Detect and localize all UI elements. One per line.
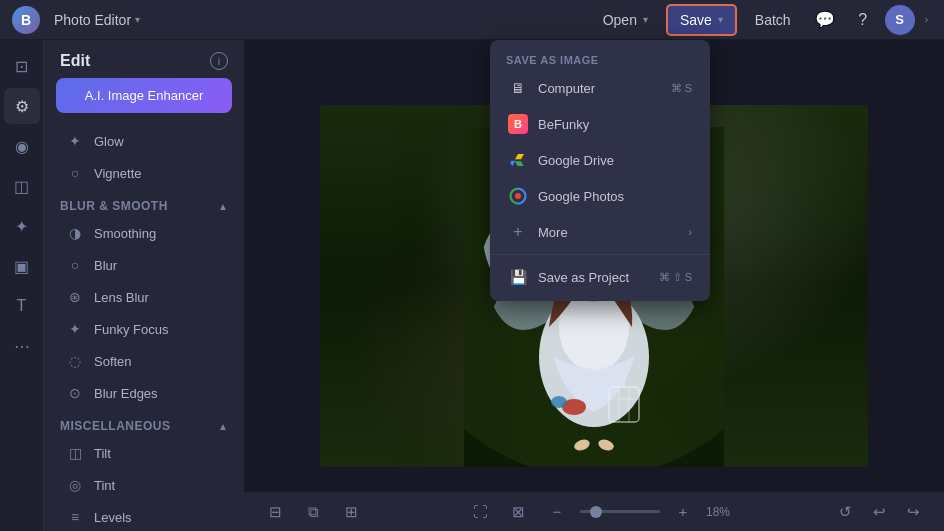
zoom-slider[interactable]: [580, 510, 660, 513]
sidebar-item-layers[interactable]: ◫: [4, 168, 40, 204]
soften-icon: ◌: [66, 352, 84, 370]
svg-point-15: [515, 193, 521, 199]
computer-icon: 🖥: [508, 78, 528, 98]
messages-button[interactable]: 💬: [809, 4, 841, 36]
bottom-center-controls: ⛶ ⊠ − + 18%: [466, 497, 730, 527]
blur-icon: ○: [66, 256, 84, 274]
app-logo: B: [12, 6, 40, 34]
sidebar-item-more[interactable]: ⋯: [4, 328, 40, 364]
sidebar-item-crop[interactable]: ⊡: [4, 48, 40, 84]
dropdown-item-more[interactable]: + More ›: [494, 214, 706, 250]
edit-panel: Edit i A.I. Image Enhancer ✦ Glow ○ Vign…: [44, 40, 244, 531]
left-sidebar: ⊡ ⚙ ◉ ◫ ✦ ▣ T ⋯: [0, 40, 44, 531]
app-title-chevron: ▾: [135, 14, 140, 25]
topbar-expand-button[interactable]: ›: [921, 10, 932, 29]
bottom-left-controls: ⊟ ⧉ ⊞: [260, 497, 366, 527]
google-photos-icon: [508, 186, 528, 206]
zoom-thumb: [590, 506, 602, 518]
panel-item-tint[interactable]: ◎ Tint: [50, 469, 238, 501]
panel-item-levels[interactable]: ≡ Levels: [50, 501, 238, 531]
edit-panel-scroll: ✦ Glow ○ Vignette Blur & Smooth ▲ ◑ Smoo…: [44, 125, 244, 531]
bottom-right-controls: ↺ ↩ ↪: [830, 497, 928, 527]
tilt-icon: ◫: [66, 444, 84, 462]
open-button[interactable]: Open ▾: [591, 6, 660, 34]
dropdown-item-befunky[interactable]: B BeFunky: [494, 106, 706, 142]
lens-blur-icon: ⊛: [66, 288, 84, 306]
sidebar-item-effects[interactable]: ◉: [4, 128, 40, 164]
panel-item-lens-blur[interactable]: ⊛ Lens Blur: [50, 281, 238, 313]
tint-icon: ◎: [66, 476, 84, 494]
undo-button[interactable]: ↩: [864, 497, 894, 527]
edit-title: Edit: [60, 52, 90, 70]
zoom-percent-label: 18%: [706, 505, 730, 519]
blur-smooth-section-header[interactable]: Blur & Smooth ▲: [44, 189, 244, 217]
main-layout: ⊡ ⚙ ◉ ◫ ✦ ▣ T ⋯ Edit i A.I. Image Enhanc…: [0, 40, 944, 531]
misc-chevron: ▲: [218, 421, 228, 432]
dropdown-item-computer[interactable]: 🖥 Computer ⌘ S: [494, 70, 706, 106]
batch-button[interactable]: Batch: [743, 6, 803, 34]
panel-item-soften[interactable]: ◌ Soften: [50, 345, 238, 377]
glow-icon: ✦: [66, 132, 84, 150]
edit-header: Edit i: [44, 40, 244, 78]
sidebar-item-adjust[interactable]: ⚙: [4, 88, 40, 124]
sidebar-item-text[interactable]: T: [4, 288, 40, 324]
panel-item-smoothing[interactable]: ◑ Smoothing: [50, 217, 238, 249]
computer-shortcut: ⌘ S: [671, 82, 692, 95]
ai-enhancer-button[interactable]: A.I. Image Enhancer: [56, 78, 232, 113]
link-button[interactable]: ⧉: [298, 497, 328, 527]
dropdown-section-label: Save as Image: [490, 46, 710, 70]
panel-item-blur-edges[interactable]: ⊙ Blur Edges: [50, 377, 238, 409]
dropdown-item-save-project[interactable]: 💾 Save as Project ⌘ ⇧ S: [494, 259, 706, 295]
fit-button[interactable]: ⛶: [466, 497, 496, 527]
panel-item-blur[interactable]: ○ Blur: [50, 249, 238, 281]
panel-item-tilt[interactable]: ◫ Tilt: [50, 437, 238, 469]
dropdown-divider: [490, 254, 710, 255]
zoom-in-button[interactable]: +: [668, 497, 698, 527]
blur-edges-icon: ⊙: [66, 384, 84, 402]
sidebar-item-touchup[interactable]: ✦: [4, 208, 40, 244]
avatar-button[interactable]: S: [885, 5, 915, 35]
info-icon-button[interactable]: i: [210, 52, 228, 70]
panel-item-funky-focus[interactable]: ✦ Funky Focus: [50, 313, 238, 345]
refresh-button[interactable]: ↺: [830, 497, 860, 527]
smoothing-icon: ◑: [66, 224, 84, 242]
panel-item-glow[interactable]: ✦ Glow: [50, 125, 238, 157]
more-icon: +: [508, 222, 528, 242]
project-shortcut: ⌘ ⇧ S: [659, 271, 692, 284]
funky-focus-icon: ✦: [66, 320, 84, 338]
zoom-out-button[interactable]: −: [542, 497, 572, 527]
help-button[interactable]: ?: [847, 4, 879, 36]
bottom-bar: ⊟ ⧉ ⊞ ⛶ ⊠ − + 18% ↺ ↩ ↪: [244, 491, 944, 531]
save-chevron: ▾: [718, 14, 723, 25]
panel-item-vignette[interactable]: ○ Vignette: [50, 157, 238, 189]
dropdown-item-google-photos[interactable]: Google Photos: [494, 178, 706, 214]
befunky-icon: B: [508, 114, 528, 134]
save-button[interactable]: Save ▾: [666, 4, 737, 36]
levels-icon: ≡: [66, 508, 84, 526]
grid-button[interactable]: ⊞: [336, 497, 366, 527]
layers-bottom-button[interactable]: ⊟: [260, 497, 290, 527]
vignette-icon: ○: [66, 164, 84, 182]
save-project-icon: 💾: [508, 267, 528, 287]
misc-section-header[interactable]: Miscellaneous ▲: [44, 409, 244, 437]
redo-button[interactable]: ↪: [898, 497, 928, 527]
svg-point-11: [551, 396, 567, 408]
crop-bottom-button[interactable]: ⊠: [504, 497, 534, 527]
dropdown-item-google-drive[interactable]: Google Drive: [494, 142, 706, 178]
save-dropdown-menu: Save as Image 🖥 Computer ⌘ S B BeFunky G…: [490, 40, 710, 301]
topbar-actions: Open ▾ Save ▾ Batch 💬 ? S ›: [591, 4, 932, 36]
google-drive-icon: [508, 150, 528, 170]
app-title-label: Photo Editor: [54, 12, 131, 28]
topbar: B Photo Editor ▾ Open ▾ Save ▾ Batch 💬 ?…: [0, 0, 944, 40]
blur-smooth-chevron: ▲: [218, 201, 228, 212]
app-title-button[interactable]: Photo Editor ▾: [48, 8, 146, 32]
open-chevron: ▾: [643, 14, 648, 25]
sidebar-item-frames[interactable]: ▣: [4, 248, 40, 284]
more-arrow: ›: [688, 226, 692, 238]
